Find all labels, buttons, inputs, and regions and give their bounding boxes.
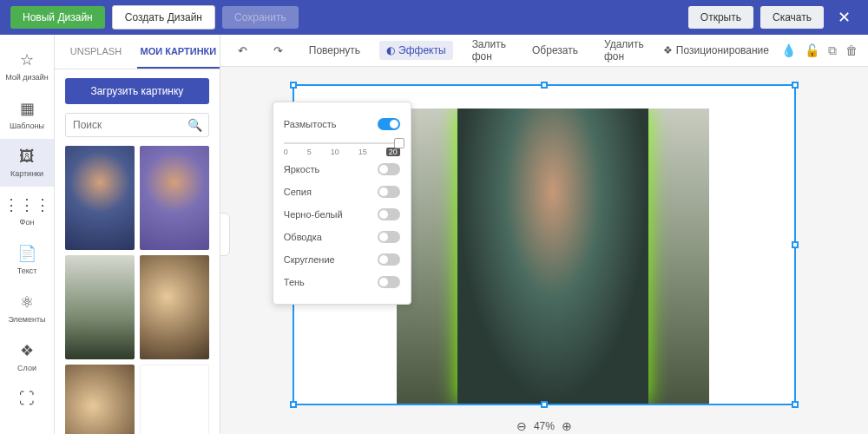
rounding-toggle[interactable]: [378, 253, 400, 266]
slider-value: 20: [386, 148, 400, 156]
layers-icon: ❖: [20, 341, 34, 360]
image-gallery: [55, 146, 220, 434]
search-icon[interactable]: 🔍: [187, 118, 202, 132]
resize-handle-bl[interactable]: [290, 401, 297, 408]
text-icon: 📄: [17, 244, 36, 263]
bw-toggle[interactable]: [378, 208, 400, 220]
remove-bg-button[interactable]: Удалить фон: [597, 35, 651, 66]
left-nav: ☆Мой дизайн ▦Шаблоны 🖼Картинки ⋮⋮⋮Фон 📄Т…: [0, 35, 55, 434]
save-button: Сохранить: [222, 6, 299, 29]
resize-handle-bm[interactable]: [541, 401, 548, 408]
image-icon: 🖼: [19, 148, 35, 166]
gallery-thumb[interactable]: [65, 255, 135, 359]
shadow-toggle[interactable]: [378, 276, 400, 288]
canvas-toolbar: ↶ ↷ Повернуть ◐ Эффекты Залить фон Обрез…: [220, 35, 868, 67]
resize-handle-tm[interactable]: [541, 82, 548, 89]
canvas-area: ↶ ↷ Повернуть ◐ Эффекты Залить фон Обрез…: [220, 35, 868, 434]
brightness-toggle[interactable]: [378, 163, 400, 175]
effect-blur-label: Размытость: [284, 119, 337, 129]
crop-button[interactable]: Обрезать: [525, 41, 585, 60]
gallery-thumb[interactable]: [140, 255, 209, 359]
effect-bw-label: Черно-белый: [284, 209, 343, 220]
grid-icon: ⋮⋮⋮: [3, 195, 50, 214]
nav-background[interactable]: ⋮⋮⋮Фон: [0, 187, 54, 235]
zoom-controls: ⊖ 47% ⊕: [516, 419, 572, 433]
zoom-in-icon[interactable]: ⊕: [562, 419, 572, 433]
upload-image-button[interactable]: Загрузить картинку: [65, 78, 209, 104]
stroke-toggle[interactable]: [378, 231, 400, 243]
zoom-out-icon[interactable]: ⊖: [516, 419, 527, 433]
effects-panel: Размытость 0 5 10 15 20 Яркость Сепия Че…: [273, 102, 411, 305]
delete-icon[interactable]: 🗑: [845, 43, 858, 58]
layers-icon: ❖: [663, 44, 673, 56]
redo-icon: ↷: [273, 44, 283, 57]
open-button[interactable]: Открыть: [688, 6, 753, 29]
slider-thumb[interactable]: [394, 138, 404, 148]
sidebar-panel: UNSPLASH МОИ КАРТИНКИ Загрузить картинку…: [55, 35, 220, 434]
gallery-thumb[interactable]: [140, 146, 209, 250]
download-button[interactable]: Скачать: [760, 6, 824, 29]
gallery-thumb[interactable]: [140, 365, 209, 434]
tab-unsplash[interactable]: UNSPLASH: [55, 35, 137, 69]
sepia-toggle[interactable]: [378, 186, 400, 198]
effects-icon: ◐: [386, 44, 395, 56]
fill-bg-button[interactable]: Залить фон: [465, 35, 513, 66]
templates-icon: ▦: [20, 99, 35, 118]
blur-toggle[interactable]: [378, 118, 400, 130]
gallery-thumb[interactable]: [65, 365, 135, 434]
resize-handle-tl[interactable]: [290, 82, 297, 89]
effect-shadow-label: Тень: [284, 277, 305, 287]
top-toolbar: Новый Дизайн Создать Дизайн Сохранить От…: [0, 0, 868, 35]
resize-handle-mr[interactable]: [792, 241, 799, 248]
elements-icon: ⚛: [20, 293, 34, 312]
copy-icon[interactable]: ⧉: [828, 43, 837, 58]
blur-slider[interactable]: [284, 142, 400, 144]
effect-brightness-label: Яркость: [284, 164, 319, 174]
nav-fullscreen[interactable]: ⛶: [0, 381, 54, 417]
effect-sepia-label: Сепия: [284, 187, 312, 197]
nav-images[interactable]: 🖼Картинки: [0, 139, 54, 187]
fullscreen-icon: ⛶: [19, 390, 35, 408]
sidebar-tabs: UNSPLASH МОИ КАРТИНКИ: [55, 35, 220, 69]
drop-icon[interactable]: 💧: [781, 43, 796, 58]
undo-icon: ↶: [238, 44, 247, 57]
lock-icon[interactable]: 🔓: [805, 43, 819, 58]
positioning-button[interactable]: ❖ Позиционирование: [663, 44, 769, 56]
undo-button[interactable]: ↶: [231, 41, 254, 61]
zoom-value: 47%: [534, 420, 555, 432]
redo-button[interactable]: ↷: [266, 41, 290, 61]
star-icon: ☆: [20, 50, 34, 69]
nav-layers[interactable]: ❖Слои: [0, 332, 54, 381]
nav-my-design[interactable]: ☆Мой дизайн: [0, 42, 54, 90]
gallery-thumb[interactable]: [65, 146, 135, 250]
new-design-button[interactable]: Новый Дизайн: [10, 6, 105, 29]
effect-rounding-label: Скругление: [284, 254, 335, 265]
tab-my-images[interactable]: МОИ КАРТИНКИ: [137, 35, 220, 69]
close-icon[interactable]: ✕: [831, 8, 858, 27]
rotate-button[interactable]: Повернуть: [302, 41, 367, 60]
nav-text[interactable]: 📄Текст: [0, 235, 54, 284]
effect-stroke-label: Обводка: [284, 232, 322, 242]
nav-templates[interactable]: ▦Шаблоны: [0, 90, 54, 139]
nav-elements[interactable]: ⚛Элементы: [0, 284, 54, 332]
create-design-button[interactable]: Создать Дизайн: [112, 5, 215, 30]
resize-handle-br[interactable]: [792, 401, 799, 408]
resize-handle-tr[interactable]: [792, 82, 799, 89]
effects-button[interactable]: ◐ Эффекты: [379, 41, 453, 60]
